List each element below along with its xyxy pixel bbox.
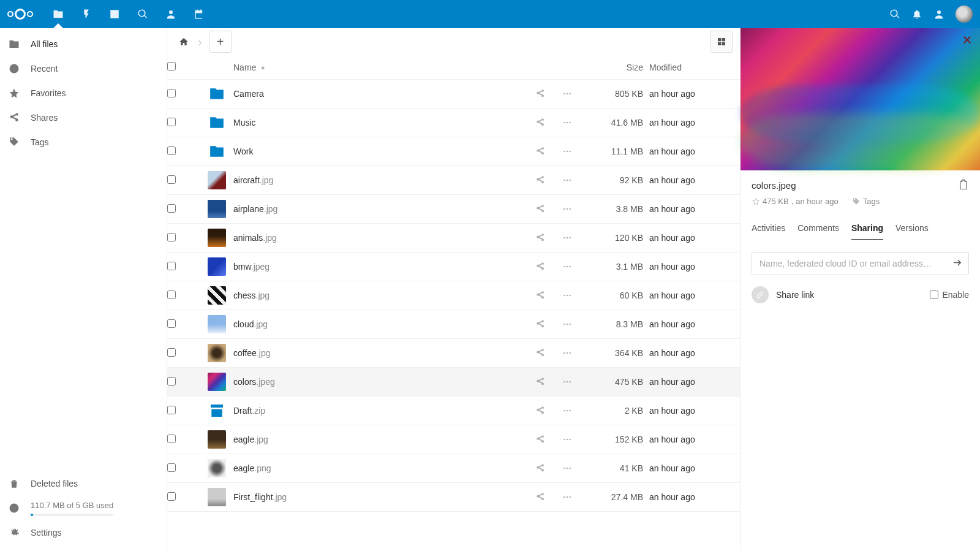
more-button[interactable] — [561, 89, 573, 99]
breadcrumb-home[interactable] — [175, 32, 193, 51]
more-button[interactable] — [561, 146, 573, 156]
row-checkbox[interactable] — [167, 348, 176, 357]
file-row[interactable]: First_flight.jpg27.4 MBan hour ago — [167, 483, 740, 512]
row-checkbox[interactable] — [167, 146, 176, 155]
more-button[interactable] — [561, 262, 573, 272]
more-button[interactable] — [561, 492, 573, 502]
file-row[interactable]: Music41.6 MBan hour ago — [167, 108, 740, 137]
share-button[interactable] — [534, 406, 546, 416]
share-button[interactable] — [534, 146, 546, 156]
app-tab-calendar[interactable] — [185, 0, 213, 28]
detail-tab-activities[interactable]: Activities — [752, 223, 785, 240]
search-icon[interactable] — [889, 9, 900, 20]
file-name[interactable]: Draft.zip — [233, 406, 534, 416]
row-checkbox[interactable] — [167, 406, 176, 414]
detail-tab-sharing[interactable]: Sharing — [851, 223, 883, 240]
share-button[interactable] — [534, 348, 546, 358]
row-checkbox[interactable] — [167, 262, 176, 270]
app-tab-contacts[interactable] — [157, 0, 185, 28]
file-row[interactable]: bmw.jpeg3.1 MBan hour ago — [167, 253, 740, 281]
row-checkbox[interactable] — [167, 118, 176, 126]
more-button[interactable] — [561, 204, 573, 214]
share-button[interactable] — [534, 118, 546, 127]
nav-item-deleted[interactable]: Deleted files — [0, 471, 167, 496]
file-row[interactable]: Work11.1 MBan hour ago — [167, 137, 740, 166]
app-tab-search[interactable] — [129, 0, 157, 28]
nav-item-all-files[interactable]: All files — [0, 32, 167, 56]
row-checkbox[interactable] — [167, 492, 176, 501]
app-tab-files[interactable] — [44, 0, 72, 28]
more-button[interactable] — [561, 463, 573, 473]
row-checkbox[interactable] — [167, 435, 176, 443]
file-name[interactable]: airplane.jpg — [233, 204, 534, 214]
copy-path-button[interactable] — [958, 179, 969, 192]
file-row[interactable]: colors.jpeg475 KBan hour ago — [167, 368, 740, 397]
file-row[interactable]: aircraft.jpg92 KBan hour ago — [167, 166, 740, 195]
file-name[interactable]: coffee.jpg — [233, 348, 534, 358]
row-checkbox[interactable] — [167, 463, 176, 472]
row-checkbox[interactable] — [167, 89, 176, 97]
share-button[interactable] — [534, 262, 546, 272]
share-button[interactable] — [534, 204, 546, 214]
more-button[interactable] — [561, 319, 573, 329]
file-row[interactable]: Camera805 KBan hour ago — [167, 80, 740, 108]
share-button[interactable] — [534, 377, 546, 387]
more-button[interactable] — [561, 291, 573, 300]
row-checkbox[interactable] — [167, 233, 176, 241]
app-logo[interactable] — [7, 9, 33, 20]
file-name[interactable]: Work — [233, 146, 534, 156]
share-submit-button[interactable] — [952, 257, 963, 270]
more-button[interactable] — [561, 377, 573, 387]
nav-item-shares[interactable]: Shares — [0, 105, 167, 130]
file-name[interactable]: Music — [233, 118, 534, 127]
nav-item-settings[interactable]: Settings — [0, 520, 167, 545]
file-row[interactable]: airplane.jpg3.8 MBan hour ago — [167, 195, 740, 224]
file-row[interactable]: cloud.jpg8.3 MBan hour ago — [167, 310, 740, 339]
app-tab-gallery[interactable] — [100, 0, 129, 28]
share-button[interactable] — [534, 89, 546, 99]
file-name[interactable]: cloud.jpg — [233, 319, 534, 329]
more-button[interactable] — [561, 233, 573, 243]
file-row[interactable]: Draft.zip2 KBan hour ago — [167, 397, 740, 425]
file-name[interactable]: colors.jpeg — [233, 377, 534, 387]
file-row[interactable]: eagle.png41 KBan hour ago — [167, 454, 740, 483]
row-checkbox[interactable] — [167, 291, 176, 299]
detail-tab-comments[interactable]: Comments — [797, 223, 839, 240]
file-row[interactable]: coffee.jpg364 KBan hour ago — [167, 339, 740, 368]
share-button[interactable] — [534, 492, 546, 502]
header-modified[interactable]: Modified — [649, 63, 735, 72]
more-button[interactable] — [561, 406, 573, 416]
file-name[interactable]: eagle.png — [233, 463, 534, 473]
share-button[interactable] — [534, 435, 546, 444]
file-row[interactable]: chess.jpg60 KBan hour ago — [167, 281, 740, 310]
row-checkbox[interactable] — [167, 377, 176, 386]
avatar[interactable] — [956, 6, 973, 23]
app-tab-activity[interactable] — [72, 0, 100, 28]
file-name[interactable]: Camera — [233, 89, 534, 99]
more-button[interactable] — [561, 175, 573, 185]
more-button[interactable] — [561, 435, 573, 444]
row-checkbox[interactable] — [167, 204, 176, 213]
select-all-checkbox[interactable] — [167, 62, 176, 70]
user-icon[interactable] — [933, 9, 944, 20]
share-button[interactable] — [534, 463, 546, 473]
detail-tab-versions[interactable]: Versions — [895, 223, 929, 240]
row-checkbox[interactable] — [167, 319, 176, 328]
share-button[interactable] — [534, 233, 546, 243]
file-name[interactable]: First_flight.jpg — [233, 492, 534, 502]
share-button[interactable] — [534, 291, 546, 300]
view-toggle[interactable] — [710, 31, 733, 53]
share-with-input[interactable] — [752, 252, 969, 275]
nav-item-tags[interactable]: Tags — [0, 130, 167, 154]
more-button[interactable] — [561, 348, 573, 358]
enable-checkbox[interactable] — [930, 291, 938, 299]
file-name[interactable]: bmw.jpeg — [233, 262, 534, 272]
share-button[interactable] — [534, 175, 546, 185]
row-checkbox[interactable] — [167, 175, 176, 184]
notifications-icon[interactable] — [911, 9, 922, 20]
new-button[interactable]: + — [209, 31, 232, 53]
detail-tags-link[interactable]: Tags — [852, 197, 880, 206]
file-row[interactable]: animals.jpg120 KBan hour ago — [167, 224, 740, 253]
star-outline-icon[interactable] — [752, 197, 760, 206]
nav-item-recent[interactable]: Recent — [0, 56, 167, 81]
